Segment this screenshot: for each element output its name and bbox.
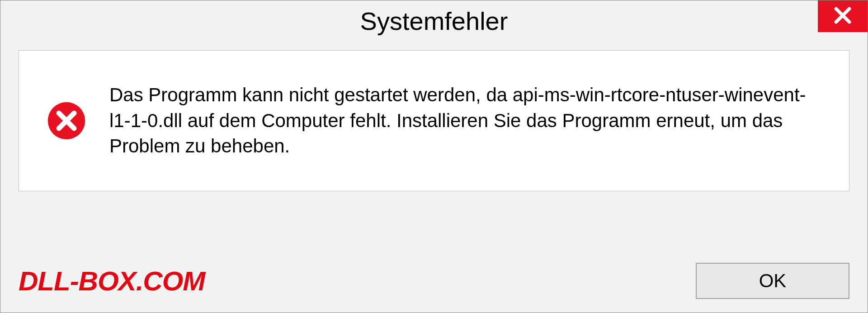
error-icon (46, 100, 87, 141)
close-button[interactable] (818, 0, 868, 32)
content-panel: Das Programm kann nicht gestartet werden… (19, 50, 849, 191)
watermark-text: DLL-BOX.COM (19, 266, 205, 297)
footer: DLL-BOX.COM OK (19, 263, 849, 299)
titlebar: Systemfehler (0, 0, 868, 41)
ok-button[interactable]: OK (696, 263, 849, 299)
error-message: Das Programm kann nicht gestartet werden… (109, 82, 822, 159)
close-icon (833, 5, 853, 27)
dialog-title: Systemfehler (360, 6, 508, 36)
